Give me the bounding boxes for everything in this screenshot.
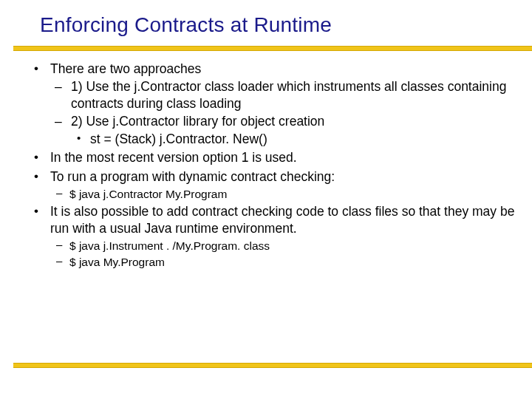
bullet-item: To run a program with dynamic contract c… — [30, 168, 517, 202]
bullet-item: 2) Use j.Contractor library for object c… — [50, 113, 517, 148]
slide-title: Enforcing Contracts at Runtime — [40, 13, 532, 37]
title-underline — [13, 41, 532, 51]
bullet-item: $ java j.Contractor My.Program — [50, 187, 517, 202]
bullet-item: 1) Use the j.Contractor class loader whi… — [50, 78, 517, 112]
bullet-item: It is also possible to add contract chec… — [30, 203, 517, 270]
bullet-item: $ java My.Program — [50, 255, 517, 270]
bullet-text: 2) Use j.Contractor library for object c… — [71, 114, 324, 129]
bullet-text: 1) Use the j.Contractor class loader whi… — [71, 79, 506, 111]
bullet-item: In the most recent version option 1 is u… — [30, 149, 517, 166]
bullet-item: st = (Stack) j.Contractor. New() — [71, 131, 517, 148]
bullet-text: To run a program with dynamic contract c… — [50, 169, 335, 184]
bullet-text: $ java j.Instrument . /My.Program. class — [69, 239, 270, 252]
bullet-text: It is also possible to add contract chec… — [50, 204, 514, 236]
bullet-item: There are two approaches 1) Use the j.Co… — [30, 61, 517, 148]
bullet-text: $ java j.Contractor My.Program — [69, 188, 227, 200]
bullet-text: st = (Stack) j.Contractor. New() — [90, 132, 267, 146]
bullet-text: There are two approaches — [50, 61, 201, 76]
slide-content: There are two approaches 1) Use the j.Co… — [30, 61, 517, 271]
bullet-text: In the most recent version option 1 is u… — [50, 150, 297, 165]
footer-underline — [13, 358, 532, 368]
bullet-item: $ java j.Instrument . /My.Program. class — [50, 239, 517, 253]
title-block: Enforcing Contracts at Runtime — [0, 0, 532, 37]
bullet-text: $ java My.Program — [69, 256, 165, 268]
